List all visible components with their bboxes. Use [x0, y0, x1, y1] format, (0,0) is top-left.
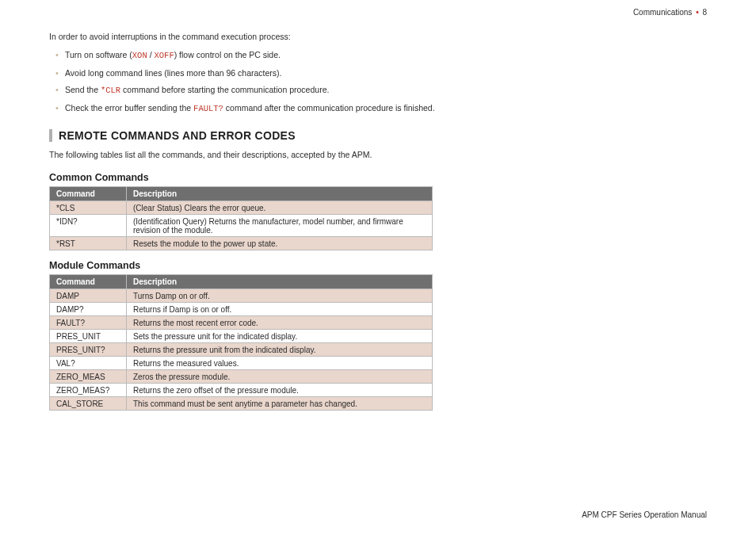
cell-desc: This command must be sent anytime a para… — [127, 397, 433, 411]
code-xon: XON — [132, 51, 147, 60]
cell-cmd: DAMP? — [50, 303, 127, 316]
cell-desc: Sets the pressure unit for the indicated… — [127, 330, 433, 343]
table-row: PRES_UNITSets the pressure unit for the … — [50, 330, 433, 343]
cell-desc: Returns the zero offset of the pressure … — [127, 384, 433, 397]
bullet-3-pre: Send the — [65, 85, 101, 94]
code-xoff: XOFF — [154, 51, 174, 60]
bullet-1-post: ) flow control on the PC side. — [174, 50, 281, 59]
page-footer: APM CPF Series Operation Manual — [582, 510, 707, 519]
bullet-item-1: Turn on software (XON / XOFF) flow contr… — [55, 49, 707, 62]
table-header-row: Command Description — [50, 187, 433, 201]
module-commands-table: Command Description DAMPTurns Damp on or… — [49, 274, 433, 411]
table-row: PRES_UNIT?Returns the pressure unit from… — [50, 343, 433, 357]
code-clr: *CLR — [101, 86, 120, 95]
table-row: CAL_STOREThis command must be sent anyti… — [50, 397, 433, 411]
table-row: DAMP?Returns if Damp is on or off. — [50, 303, 433, 316]
sub-heading-module-commands: Module Commands — [49, 260, 707, 271]
header-section: Communications — [633, 8, 692, 17]
section-heading-remote-commands: REMOTE COMMANDS AND ERROR CODES — [49, 129, 707, 142]
cell-cmd: DAMP — [50, 289, 127, 303]
page-container: Communications • 8 In order to avoid int… — [0, 0, 756, 535]
cell-cmd: ZERO_MEAS — [50, 370, 127, 384]
common-commands-table: Command Description *CLS (Clear Status) … — [49, 186, 433, 250]
cell-cmd: PRES_UNIT — [50, 330, 127, 343]
intro-bullets: Turn on software (XON / XOFF) flow contr… — [49, 49, 707, 115]
cell-desc: Zeros the pressure module. — [127, 370, 433, 384]
th-description: Description — [127, 275, 433, 289]
th-command: Command — [50, 275, 127, 289]
cell-cmd: CAL_STORE — [50, 397, 127, 411]
page-header: Communications • 8 — [633, 8, 707, 17]
cell-desc: (Clear Status) Clears the error queue. — [127, 201, 433, 215]
cell-desc: Returns the measured values. — [127, 357, 433, 370]
table-row: DAMPTurns Damp on or off. — [50, 289, 433, 303]
cell-cmd: ZERO_MEAS? — [50, 384, 127, 397]
table-row: FAULT?Returns the most recent error code… — [50, 316, 433, 330]
header-dot-icon: • — [696, 8, 699, 17]
bullet-item-4: Check the error buffer sending the FAULT… — [55, 102, 707, 115]
cell-desc: Returns if Damp is on or off. — [127, 303, 433, 316]
code-fault: FAULT? — [193, 104, 223, 113]
table-row: VAL?Returns the measured values. — [50, 357, 433, 370]
cell-cmd: PRES_UNIT? — [50, 343, 127, 357]
th-command: Command — [50, 187, 127, 201]
table-row: *IDN? (Identification Query) Returns the… — [50, 215, 433, 237]
bullet-item-3: Send the *CLR command before starting th… — [55, 84, 707, 97]
table-row: *RST Resets the module to the power up s… — [50, 237, 433, 250]
cell-cmd: *IDN? — [50, 215, 127, 237]
table-row: *CLS (Clear Status) Clears the error que… — [50, 201, 433, 215]
bullet-4-pre: Check the error buffer sending the — [65, 103, 193, 113]
cell-desc: Returns the pressure unit from the indic… — [127, 343, 433, 357]
cell-desc: Resets the module to the power up state. — [127, 237, 433, 250]
bullet-4-post: command after the communication procedur… — [223, 103, 435, 113]
cell-cmd: VAL? — [50, 357, 127, 370]
table-row: ZERO_MEAS?Returns the zero offset of the… — [50, 384, 433, 397]
section-description: The following tables list all the comman… — [49, 150, 707, 159]
bullet-1-pre: Turn on software ( — [65, 50, 132, 59]
bullet-3-post: command before starting the communicatio… — [120, 85, 329, 94]
bullet-item-2: Avoid long command lines (lines more tha… — [55, 67, 707, 79]
cell-cmd: *CLS — [50, 201, 127, 215]
cell-desc: Turns Damp on or off. — [127, 289, 433, 303]
sub-heading-common-commands: Common Commands — [49, 172, 707, 183]
cell-cmd: FAULT? — [50, 316, 127, 330]
cell-cmd: *RST — [50, 237, 127, 250]
intro-lead-text: In order to avoid interruptions in the c… — [49, 32, 707, 41]
header-page-number: 8 — [702, 8, 707, 17]
table-row: ZERO_MEASZeros the pressure module. — [50, 370, 433, 384]
cell-desc: Returns the most recent error code. — [127, 316, 433, 330]
th-description: Description — [127, 187, 433, 201]
cell-desc: (Identification Query) Returns the manuf… — [127, 215, 433, 237]
table-header-row: Command Description — [50, 275, 433, 289]
